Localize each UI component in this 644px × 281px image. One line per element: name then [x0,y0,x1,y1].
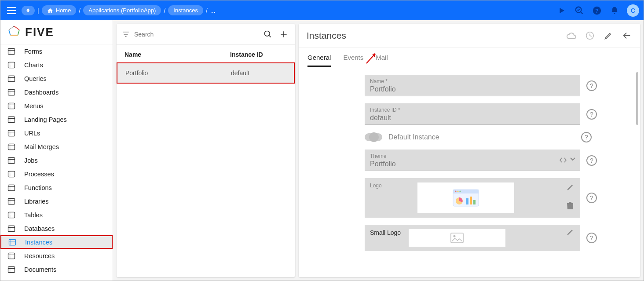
help-icon[interactable]: ? [592,5,602,16]
sidebar-item-dashboards[interactable]: Dashboards [0,85,113,99]
filter-icon[interactable] [122,30,130,38]
search-scope-icon[interactable] [574,5,585,16]
scrollbar[interactable] [636,72,638,125]
sidebar-item-label: Queries [24,75,47,82]
sidebar-item-label: Instances [25,239,52,246]
column-instanceid: Instance ID [230,51,287,58]
avatar[interactable]: C [627,4,639,17]
breadcrumb-applications[interactable]: Applications (PortfolioApp) [83,5,161,15]
top-bar: | Home / Applications (PortfolioApp) / I… [0,0,644,20]
svg-point-25 [457,190,458,192]
cloud-icon[interactable] [566,30,577,41]
sidebar-item-resources[interactable]: Resources [0,249,113,263]
breadcrumb-label: Home [56,7,71,14]
svg-point-32 [454,235,456,237]
forms-icon [7,47,16,56]
search-input[interactable] [134,31,258,38]
resources-icon [7,251,16,261]
svg-rect-29 [470,197,472,204]
sidebar-item-label: Forms [24,48,42,55]
page-title: Instances [307,30,346,41]
svg-rect-19 [8,266,15,272]
sidebar-item-libraries[interactable]: Libraries [0,194,113,208]
sidebar-item-jobs[interactable]: Jobs [0,153,113,167]
breadcrumb-label: Applications (PortfolioApp) [88,7,156,14]
breadcrumb-home[interactable]: Home [42,5,77,15]
tab-events[interactable]: Events [343,54,363,67]
svg-point-26 [459,190,461,192]
sidebar-item-label: Libraries [24,198,49,205]
chevron-down-icon[interactable] [570,157,576,163]
functions-icon [7,183,16,193]
queries-icon [7,74,16,84]
breadcrumb-more[interactable]: ... [210,7,216,14]
delete-logo-icon[interactable] [566,201,575,210]
help-icon[interactable]: ? [586,109,597,120]
svg-rect-15 [8,212,15,218]
svg-rect-4 [8,62,15,68]
sidebar-item-mail-merges[interactable]: Mail Merges [0,140,113,153]
sidebar-item-label: Jobs [24,157,38,164]
help-icon[interactable]: ? [586,155,597,166]
back-icon[interactable] [622,30,632,41]
sidebar-item-label: Charts [24,62,43,69]
breadcrumb-instances[interactable]: Instances [168,5,203,15]
sidebar-item-documents[interactable]: Documents [0,263,113,276]
svg-rect-9 [8,130,15,136]
svg-rect-6 [8,89,15,95]
edit-small-logo-icon[interactable] [566,227,575,236]
charts-icon [7,60,16,70]
sidebar-item-label: Mail Merges [24,143,59,150]
menu-icon[interactable] [5,4,18,17]
sidebar-item-functions[interactable]: Functions [0,181,113,194]
sidebar-item-queries[interactable]: Queries [0,72,113,85]
svg-point-20 [265,31,270,36]
help-icon[interactable]: ? [586,233,597,243]
theme-field[interactable]: Theme Portfolio [365,150,580,171]
sidebar-item-tables[interactable]: Tables [0,208,113,222]
sidebar-item-charts[interactable]: Charts [0,58,113,72]
menus-icon [7,101,16,111]
help-icon[interactable]: ? [586,80,597,91]
sidebar-item-label: Databases [24,225,55,232]
search-icon[interactable] [262,29,274,40]
logo-mark-icon [7,25,22,40]
edit-logo-icon[interactable] [566,182,575,191]
urls-icon [7,128,16,138]
svg-rect-13 [8,185,15,190]
instanceid-field[interactable]: Instance ID * default [365,103,580,125]
tab-general[interactable]: General [307,54,331,67]
sidebar-item-forms[interactable]: Forms [0,44,113,58]
detail-form: Name * Portfolio ? Instance ID * default… [299,67,640,277]
help-icon[interactable]: ? [586,193,597,203]
dashboards-icon [7,88,16,97]
tab-mail[interactable]: Mail [376,54,388,67]
sidebar-item-label: Functions [24,184,52,191]
add-button[interactable] [278,29,289,40]
play-icon[interactable] [556,5,567,16]
svg-rect-17 [9,239,16,245]
history-icon[interactable] [585,30,595,41]
default-instance-toggle[interactable] [365,133,382,141]
sidebar-item-processes[interactable]: Processes [0,167,113,181]
small-logo-preview [409,229,505,247]
name-field[interactable]: Name * Portfolio [365,75,580,96]
landing-pages-icon [7,115,16,124]
list-header: Name Instance ID [117,45,295,62]
logo: FIVE [0,20,113,44]
sidebar-item-landing-pages[interactable]: Landing Pages [0,113,113,126]
code-icon[interactable] [559,157,567,163]
list-row[interactable]: Portfolio default [117,62,295,84]
cell-name: Portfolio [125,69,231,77]
bell-icon[interactable] [609,5,620,16]
sidebar-item-urls[interactable]: URLs [0,126,113,140]
help-icon[interactable]: ? [581,132,592,142]
breadcrumb-label: Instances [173,7,198,14]
sidebar-item-databases[interactable]: Databases [0,222,113,235]
sidebar-item-instances[interactable]: Instances [0,235,113,249]
breadcrumb-up[interactable] [22,6,35,15]
sidebar: FIVE FormsChartsQueriesDashboardsMenusLa… [0,20,113,281]
databases-icon [7,224,16,234]
sidebar-item-menus[interactable]: Menus [0,99,113,113]
edit-icon[interactable] [603,30,614,41]
